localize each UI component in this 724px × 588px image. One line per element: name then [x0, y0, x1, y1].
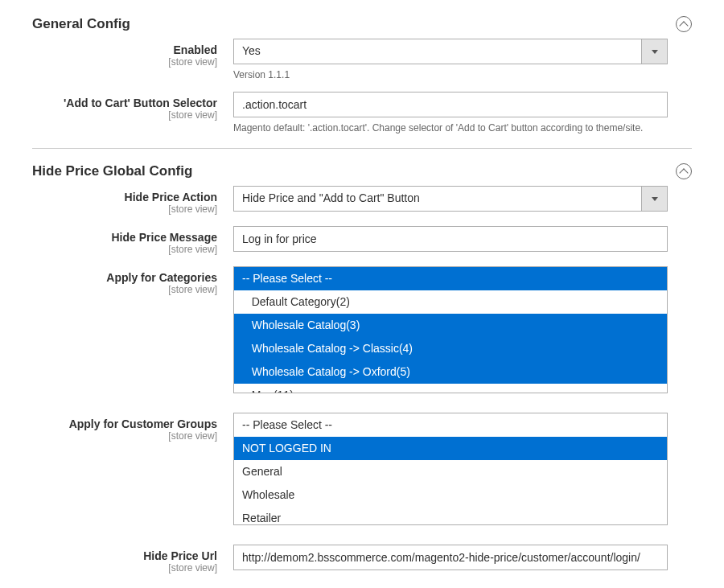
list-option[interactable]: Retailer: [234, 507, 667, 525]
field-hint: Version 1.1.1: [233, 69, 668, 80]
field-hide-price-message: Hide Price Message [store view]: [32, 226, 692, 255]
list-option[interactable]: Wholesale Catalog -> Oxford(5): [234, 360, 667, 384]
select-value: Hide Price and "Add to Cart" Button: [233, 186, 642, 212]
collapse-icon[interactable]: [676, 16, 692, 32]
field-hide-price-url: Hide Price Url [store view]: [32, 545, 692, 574]
select-value: Yes: [233, 39, 642, 64]
list-option[interactable]: -- Please Select --: [234, 413, 667, 437]
field-label-col: Apply for Categories [store view]: [32, 266, 233, 295]
groups-listbox[interactable]: -- Please Select --NOT LOGGED INGeneralW…: [233, 413, 668, 525]
field-customer-groups: Apply for Customer Groups [store view] -…: [32, 413, 692, 525]
list-option[interactable]: Default Category(2): [234, 290, 667, 314]
section-divider: [32, 148, 692, 149]
list-option[interactable]: General: [234, 460, 667, 483]
field-categories: Apply for Categories [store view] -- Ple…: [32, 266, 692, 393]
section-title-hideprice: Hide Price Global Config: [32, 163, 192, 179]
field-label: 'Add to Cart' Button Selector: [32, 97, 217, 109]
field-control: -- Please Select --NOT LOGGED INGeneralW…: [233, 413, 668, 525]
field-scope: [store view]: [32, 204, 217, 215]
list-option[interactable]: -- Please Select --: [234, 267, 667, 290]
field-label-col: Enabled [store view]: [32, 39, 233, 68]
chevron-down-icon[interactable]: [642, 39, 668, 64]
field-label: Hide Price Message: [32, 231, 217, 244]
list-option[interactable]: Men(11): [234, 384, 667, 393]
field-label: Enabled: [32, 43, 217, 56]
list-option[interactable]: NOT LOGGED IN: [234, 437, 667, 460]
hide-price-url-input[interactable]: [233, 545, 668, 570]
field-scope: [store view]: [32, 109, 217, 121]
field-label-col: Apply for Customer Groups [store view]: [32, 413, 233, 442]
section-title-general: General Config: [32, 16, 130, 32]
field-label: Hide Price Url: [32, 549, 217, 562]
field-scope: [store view]: [32, 56, 217, 68]
enabled-select[interactable]: Yes: [233, 39, 668, 64]
field-label-col: Hide Price Message [store view]: [32, 226, 233, 255]
field-control: Yes Version 1.1.1: [233, 39, 668, 80]
collapse-icon[interactable]: [676, 163, 692, 179]
field-control: Hide Price and "Add to Cart" Button: [233, 186, 668, 212]
field-control: -- Please Select -- Default Category(2) …: [233, 266, 668, 393]
list-option[interactable]: Wholesale Catalog -> Classic(4): [234, 337, 667, 360]
selector-input[interactable]: [233, 92, 668, 117]
field-scope: [store view]: [32, 284, 217, 295]
field-hint: Magento default: '.action.tocart'. Chang…: [233, 122, 668, 134]
field-control: [233, 226, 668, 252]
field-enabled: Enabled [store view] Yes Version 1.1.1: [32, 39, 692, 80]
section-header-hideprice: Hide Price Global Config: [32, 163, 692, 186]
field-control: [233, 545, 668, 570]
chevron-down-icon[interactable]: [642, 186, 668, 212]
list-option[interactable]: Wholesale Catalog(3): [234, 314, 667, 337]
field-label-col: Hide Price Url [store view]: [32, 545, 233, 574]
field-hide-price-action: Hide Price Action [store view] Hide Pric…: [32, 186, 692, 215]
field-label-col: Hide Price Action [store view]: [32, 186, 233, 215]
field-scope: [store view]: [32, 562, 217, 574]
field-control: Magento default: '.action.tocart'. Chang…: [233, 92, 668, 134]
field-label: Apply for Customer Groups: [32, 417, 217, 430]
field-label: Hide Price Action: [32, 191, 217, 204]
categories-listbox[interactable]: -- Please Select -- Default Category(2) …: [233, 266, 668, 393]
list-option[interactable]: Wholesale: [234, 483, 667, 507]
hide-price-message-input[interactable]: [233, 226, 668, 252]
field-label-col: 'Add to Cart' Button Selector [store vie…: [32, 92, 233, 121]
field-scope: [store view]: [32, 244, 217, 255]
section-header-general: General Config: [32, 16, 692, 39]
hide-price-action-select[interactable]: Hide Price and "Add to Cart" Button: [233, 186, 668, 212]
field-selector: 'Add to Cart' Button Selector [store vie…: [32, 92, 692, 134]
field-label: Apply for Categories: [32, 271, 217, 284]
field-scope: [store view]: [32, 430, 217, 442]
